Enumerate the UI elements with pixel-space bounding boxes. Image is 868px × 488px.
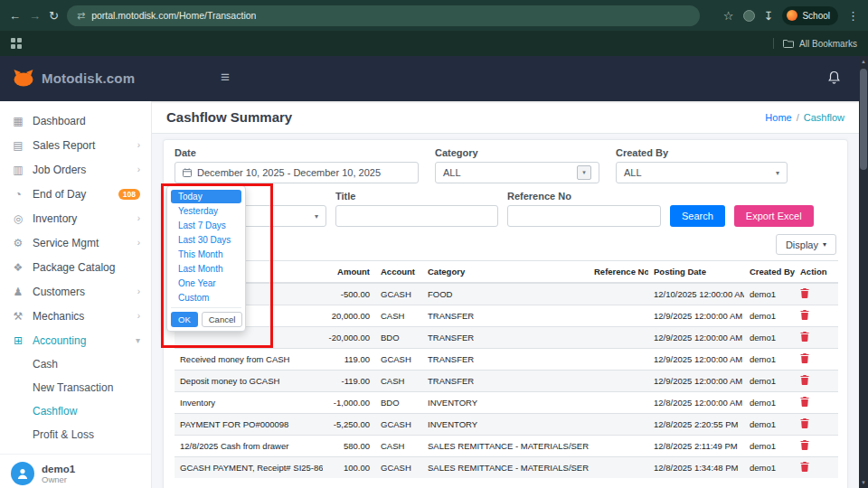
brand-name: Motodisk.com: [42, 70, 135, 86]
daterange-option-custom[interactable]: Custom: [171, 291, 241, 305]
cell-account: GCASH: [375, 414, 422, 436]
daterange-cancel-button[interactable]: Cancel: [202, 312, 243, 327]
calendar-icon: [183, 168, 192, 177]
daterange-option-one-year[interactable]: One Year: [171, 277, 241, 290]
cell-category: TRANSFER: [422, 349, 589, 371]
sidebar-item-end-of-day[interactable]: ◔End of Day108: [0, 182, 151, 206]
chevron-icon: ›: [137, 140, 140, 150]
customers-icon: ♟: [11, 286, 25, 298]
sidebar-item-customers[interactable]: ♟Customers›: [0, 279, 151, 304]
delete-transaction-button[interactable]: [800, 332, 809, 342]
sidebar-toggle-icon[interactable]: ≡: [221, 69, 230, 87]
sidebar-item-accounting[interactable]: ⊞Accounting▾: [0, 328, 151, 352]
extension-icon[interactable]: [743, 10, 755, 22]
cell-posting-date: 12/8/2025 1:34:48 PM: [648, 457, 744, 479]
dashboard-icon: ▦: [11, 115, 25, 127]
scrollbar-thumb[interactable]: [860, 69, 867, 170]
cell-account: CASH: [375, 371, 422, 392]
daterange-option-last-month[interactable]: Last Month: [171, 262, 241, 276]
browser-profile-chip[interactable]: School: [782, 6, 838, 25]
table-body: -500.00GCASHFOOD12/10/2025 12:00:00 AMde…: [175, 283, 838, 478]
tab-groups-icon[interactable]: [11, 38, 22, 49]
sidebar-item-mechanics[interactable]: ⚒Mechanics›: [0, 304, 151, 328]
delete-transaction-button[interactable]: [800, 310, 809, 320]
cell-created-by: demo1: [744, 414, 795, 436]
bookmark-star-icon[interactable]: ☆: [723, 10, 734, 22]
cell-created-by: demo1: [744, 283, 795, 305]
table-row: Inventory-1,000.00BDOINVENTORY12/8/2025 …: [175, 392, 838, 414]
reload-icon[interactable]: ↻: [49, 10, 59, 22]
account-caret-icon: ▾: [315, 212, 318, 221]
daterange-option-yesterday[interactable]: Yesterday: [171, 204, 241, 218]
daterange-option-today[interactable]: Today: [171, 190, 241, 203]
sidebar-item-label: Package Catalog: [33, 261, 115, 274]
cashflow-table: AmountAccountCategoryReference NoPosting…: [175, 260, 838, 478]
user-panel[interactable]: demo1 Owner: [0, 454, 151, 488]
breadcrumb-home-link[interactable]: Home: [765, 112, 791, 123]
site-info-icon[interactable]: ⇄: [77, 10, 85, 22]
delete-transaction-button[interactable]: [800, 418, 809, 428]
scroll-up-icon[interactable]: ▲: [861, 56, 866, 67]
address-bar[interactable]: ⇄ portal.motodisk.com/Home/Transaction: [67, 5, 700, 26]
delete-transaction-button[interactable]: [800, 353, 809, 363]
date-range-input[interactable]: December 10, 2025 - December 10, 2025: [175, 162, 419, 183]
delete-transaction-button[interactable]: [800, 462, 809, 472]
cell-reference: [589, 392, 648, 414]
reference-no-input[interactable]: [507, 205, 661, 227]
daterange-option-this-month[interactable]: This Month: [171, 248, 241, 261]
display-dropdown-button[interactable]: Display ▾: [776, 234, 836, 255]
delete-transaction-button[interactable]: [800, 288, 809, 298]
download-icon[interactable]: ↧: [764, 10, 774, 22]
filter-row-2: ▾ Title Reference No Search Export Excel: [175, 191, 836, 227]
main-content: Cashflow Summary Home / Cashflow Date De…: [152, 101, 859, 488]
title-input[interactable]: [335, 205, 498, 227]
col-header-posting-date: Posting Date: [648, 261, 744, 284]
cell-category: INVENTORY: [422, 392, 589, 414]
app-header: Motodisk.com ≡: [0, 56, 868, 101]
cell-reference: [589, 457, 648, 479]
cell-category: TRANSFER: [422, 371, 589, 392]
forward-icon[interactable]: →: [29, 10, 41, 22]
created-by-select[interactable]: ALL ▾: [616, 162, 788, 183]
daterange-ok-button[interactable]: OK: [171, 312, 198, 327]
notifications-bell-icon[interactable]: [827, 70, 841, 89]
sidebar-subitem-cash[interactable]: Cash: [0, 352, 151, 376]
sidebar-item-job-orders[interactable]: ▥Job Orders›: [0, 157, 151, 182]
sidebar-item-service-mgmt[interactable]: ⚙Service Mgmt›: [0, 230, 151, 255]
cell-posting-date: 12/10/2025 12:00:00 AM: [648, 283, 744, 305]
sidebar-subitem-cashflow[interactable]: Cashflow: [0, 399, 151, 423]
search-button[interactable]: Search: [670, 205, 725, 227]
delete-transaction-button[interactable]: [800, 397, 809, 407]
sidebar-item-label: Mechanics: [33, 310, 84, 323]
delete-transaction-button[interactable]: [800, 440, 809, 450]
cell-category: TRANSFER: [422, 327, 589, 349]
profile-avatar-icon: [787, 10, 797, 21]
delete-transaction-button[interactable]: [800, 375, 809, 385]
category-select[interactable]: ALL ▾: [435, 162, 599, 183]
sidebar-item-inventory[interactable]: ◎Inventory›: [0, 206, 151, 230]
cell-amount: 580.00: [323, 436, 375, 457]
sidebar-subitem-profit-loss[interactable]: Profit & Loss: [0, 423, 151, 446]
daterange-option-last-7-days[interactable]: Last 7 Days: [171, 219, 241, 232]
brand[interactable]: Motodisk.com: [13, 69, 135, 87]
sidebar-item-package-catalog[interactable]: ❖Package Catalog: [0, 255, 151, 279]
all-bookmarks-label: All Bookmarks: [799, 39, 857, 49]
sidebar-item-sales-report[interactable]: ▤Sales Report›: [0, 133, 151, 157]
daterange-option-last-30-days[interactable]: Last 30 Days: [171, 233, 241, 247]
trash-icon: [800, 397, 809, 407]
export-excel-button[interactable]: Export Excel: [734, 205, 814, 227]
page-scrollbar[interactable]: ▲ ▼: [859, 56, 868, 488]
scroll-down-icon[interactable]: ▼: [861, 477, 866, 488]
sidebar-subitem-new-transaction[interactable]: New Transaction: [0, 376, 151, 399]
browser-menu-icon[interactable]: ⋮: [847, 10, 859, 22]
all-bookmarks-button[interactable]: All Bookmarks: [773, 38, 857, 49]
cell-posting-date: 12/9/2025 12:00:00 AM: [648, 305, 744, 327]
bookmarks-divider: [773, 38, 774, 49]
browser-toolbar: ← → ↻ ⇄ portal.motodisk.com/Home/Transac…: [0, 0, 868, 31]
back-icon[interactable]: ←: [9, 10, 21, 22]
category-dropdown-icon[interactable]: ▾: [577, 165, 591, 180]
trash-icon: [800, 418, 809, 428]
trash-icon: [800, 310, 809, 320]
cell-account: BDO: [375, 327, 422, 349]
sidebar-item-dashboard[interactable]: ▦Dashboard: [0, 108, 151, 133]
